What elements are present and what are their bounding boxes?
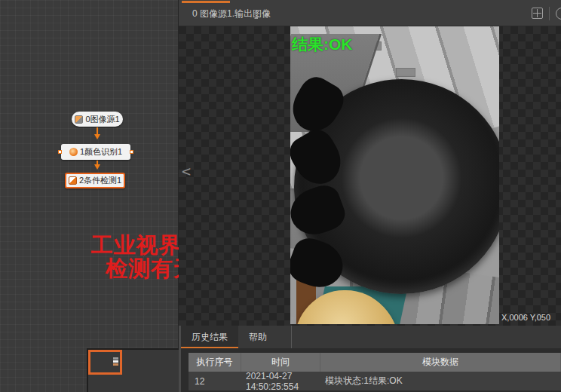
flowchart-canvas[interactable]: 0图像源1 1颜色识别1 2条件检测1: [0, 0, 179, 392]
tabbar-separator: [291, 326, 292, 348]
tab-history-results[interactable]: 历史结果: [181, 326, 238, 348]
color-recognition-icon: [69, 148, 78, 156]
flowchart-minimap[interactable]: [87, 348, 179, 392]
cursor-coordinates: X,0006 Y,050: [501, 313, 561, 322]
camera-image: [290, 26, 499, 324]
flow-node-color-recognition[interactable]: 1颜色识别1: [61, 144, 130, 160]
col-module-data: 模块数据: [320, 353, 561, 372]
resize-corner-icon: [254, 15, 258, 19]
cell-module-data: 模块状态:1结果:OK: [320, 372, 561, 390]
photo-cv-joint-ring: [294, 79, 499, 294]
minimap-viewport[interactable]: [88, 350, 122, 375]
results-table-row[interactable]: 12 2021-04-27 14:50:25:554 模块状态:1结果:OK: [189, 372, 561, 390]
col-exec-index: 执行序号: [189, 353, 241, 372]
history-tabbar: 历史结果 帮助: [181, 326, 561, 348]
image-view-header: 0 图像源1.输出图像: [179, 0, 561, 26]
header-circle-button[interactable]: [556, 8, 561, 20]
layout-grid-icon[interactable]: [532, 8, 543, 19]
image-view-panel: 0 图像源1.输出图像 <: [179, 0, 561, 392]
minimap-nodes: [113, 357, 118, 366]
flow-node-label: 2条件检测1: [79, 175, 121, 186]
image-display-area[interactable]: <: [179, 26, 561, 326]
condition-check-icon: [69, 176, 77, 185]
result-status-text: 结果:OK: [292, 34, 353, 55]
image-view-title: 0 图像源1.输出图像: [192, 8, 271, 20]
cell-exec-index: 12: [189, 372, 241, 390]
active-view-accent: [182, 1, 230, 3]
flow-connector-arrow: [97, 127, 98, 138]
tab-help[interactable]: 帮助: [238, 326, 277, 348]
header-separator: [549, 7, 550, 20]
collapse-panel-icon[interactable]: <: [182, 164, 191, 179]
flow-node-condition-check[interactable]: 2条件检测1: [65, 173, 125, 188]
node-output-port[interactable]: [130, 150, 133, 154]
cell-time: 2021-04-27 14:50:25:554: [241, 372, 320, 390]
node-input-port[interactable]: [58, 150, 62, 154]
results-table-header: 执行序号 时间 模块数据: [189, 353, 561, 372]
history-panel: 历史结果 帮助 执行序号 时间 模块数据 12 2021-04-27 14:50…: [179, 326, 561, 392]
flow-node-label: 1颜色识别1: [80, 146, 122, 158]
flow-node-image-source[interactable]: 0图像源1: [72, 112, 123, 127]
vision-app-window: 0图像源1 1颜色识别1 2条件检测1 工业视界 实测图: [0, 0, 561, 392]
image-source-icon: [75, 115, 83, 124]
flow-node-label: 0图像源1: [85, 114, 119, 125]
col-time: 时间: [241, 353, 320, 372]
flow-connector-arrow: [97, 161, 98, 168]
